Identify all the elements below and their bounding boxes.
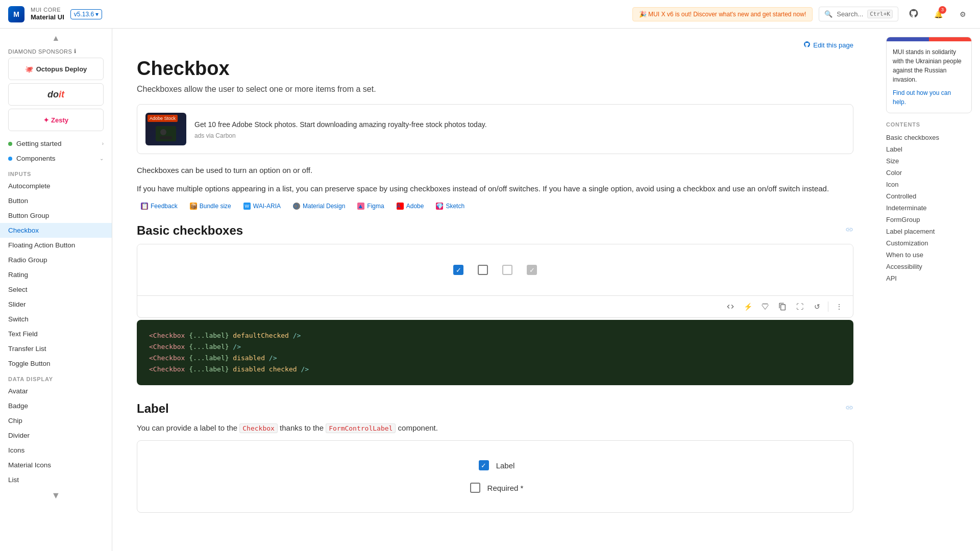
- announcement-banner[interactable]: 🎉 MUI X v6 is out! Discover what's new a…: [632, 7, 813, 21]
- sponsors-title: Diamond Sponsors ℹ: [8, 48, 104, 55]
- label-link-icon[interactable]: [845, 404, 853, 414]
- sidebar-item-rating[interactable]: Rating: [0, 267, 112, 282]
- solidarity-banner: MUI stands in solidarity with the Ukrain…: [886, 37, 972, 113]
- sidebar-item-chip[interactable]: Chip: [0, 413, 112, 428]
- tag-sketch[interactable]: 💎 Sketch: [432, 201, 469, 211]
- stackblitz-button[interactable]: ⚡: [740, 299, 755, 314]
- sidebar-item-autocomplete[interactable]: Autocomplete: [0, 179, 112, 193]
- sponsor-octopus[interactable]: 🐙 Octopus Deploy: [8, 58, 104, 80]
- code-toggle-button[interactable]: [723, 299, 738, 314]
- brand-core-label: MUI CORE: [31, 7, 64, 13]
- nav-dot-green: [8, 142, 12, 146]
- checkbox-unchecked[interactable]: [475, 262, 491, 278]
- contents-item-color[interactable]: Color: [886, 167, 972, 179]
- ad-image: Adobe Stock: [145, 113, 186, 145]
- sidebar-item-button[interactable]: Button: [0, 193, 112, 208]
- contents-item-indeterminate[interactable]: Indeterminate: [886, 202, 972, 214]
- logo[interactable]: M: [8, 6, 24, 22]
- tag-feedback[interactable]: 📋 Feedback: [137, 201, 182, 211]
- info-text-2: If you have multiple options appearing i…: [137, 183, 853, 195]
- codesandbox-button[interactable]: [757, 299, 773, 314]
- sidebar-item-toggle-button[interactable]: Toggle Button: [0, 356, 112, 371]
- version-selector[interactable]: v5.13.6 ▾: [70, 9, 102, 19]
- search-icon: 🔍: [824, 10, 832, 18]
- tag-wai-aria[interactable]: W WAI-ARIA: [239, 201, 285, 211]
- github-edit-icon: [803, 41, 811, 49]
- label-section: Label You can provide a label to the Che…: [137, 402, 853, 513]
- data-display-group-label: DATA DISPLAY: [0, 371, 112, 384]
- ad-card: Adobe Stock Get 10 free Adobe Stock phot…: [137, 104, 853, 154]
- sidebar-item-radio-group[interactable]: Radio Group: [0, 253, 112, 267]
- checkbox-disabled-checked: ✓: [524, 262, 540, 278]
- contents-item-label-placement[interactable]: Label placement: [886, 226, 972, 237]
- contents-item-size[interactable]: Size: [886, 155, 972, 167]
- contents-item-formgroup[interactable]: FormGroup: [886, 214, 972, 226]
- sidebar-item-divider[interactable]: Divider: [0, 428, 112, 443]
- github-icon: [909, 8, 919, 20]
- inputs-group-label: INPUTS: [0, 166, 112, 179]
- solidarity-link[interactable]: Find out how you can help.: [893, 88, 965, 107]
- wai-icon: W: [243, 203, 251, 210]
- sponsor-zesty[interactable]: ✦ Zesty: [8, 109, 104, 131]
- info-icon[interactable]: ℹ: [74, 48, 77, 55]
- sidebar-item-switch[interactable]: Switch: [0, 312, 112, 327]
- contents-item-api[interactable]: API: [886, 272, 972, 284]
- contents-item-accessibility[interactable]: Accessibility: [886, 261, 972, 272]
- sidebar-item-button-group[interactable]: Button Group: [0, 208, 112, 223]
- more-button[interactable]: ⋮: [831, 299, 847, 314]
- sidebar-item-avatar[interactable]: Avatar: [0, 384, 112, 398]
- contents-item-label[interactable]: Label: [886, 143, 972, 155]
- reset-button[interactable]: ↺: [810, 299, 825, 314]
- sponsor-doit[interactable]: doit: [8, 83, 104, 106]
- code-block-basic: <Checkbox {...label} defaultChecked /> <…: [137, 320, 853, 385]
- sidebar-item-transfer-list[interactable]: Transfer List: [0, 341, 112, 356]
- contents-item-controlled[interactable]: Controlled: [886, 190, 972, 202]
- contents-item-basic-checkboxes[interactable]: Basic checkboxes: [886, 132, 972, 143]
- label-unchecked-indicator: [470, 483, 480, 493]
- sidebar-item-select[interactable]: Select: [0, 282, 112, 297]
- tag-figma[interactable]: ▲ Figma: [353, 201, 388, 211]
- sidebar-item-list[interactable]: List: [0, 472, 112, 487]
- page-title: Checkbox: [137, 58, 853, 80]
- sidebar-item-components[interactable]: Components ⌄: [0, 151, 112, 166]
- sidebar-item-slider[interactable]: Slider: [0, 297, 112, 312]
- md-icon: ⬡: [293, 203, 300, 210]
- sidebar-item-icons[interactable]: Icons: [0, 443, 112, 458]
- sidebar-item-getting-started[interactable]: Getting started ›: [0, 136, 112, 151]
- basic-checkboxes-demo-box: ✓ ✓: [137, 244, 853, 318]
- sidebar-item-checkbox[interactable]: Checkbox: [0, 223, 112, 238]
- search-box[interactable]: 🔍 Search... Ctrl+K: [819, 7, 898, 21]
- sidebar-item-badge[interactable]: Badge: [0, 398, 112, 413]
- github-link[interactable]: [904, 5, 923, 23]
- tag-bundle-size[interactable]: 📦 Bundle size: [186, 201, 235, 211]
- tag-adobe[interactable]: A Adobe: [393, 201, 428, 211]
- svg-point-1: [160, 129, 166, 135]
- label-section-title: Label: [137, 402, 169, 416]
- feedback-icon: 📋: [141, 203, 148, 210]
- sidebar-item-fab[interactable]: Floating Action Button: [0, 238, 112, 253]
- logo-text: M: [13, 10, 19, 18]
- contents-item-customization[interactable]: Customization: [886, 237, 972, 249]
- notifications-button[interactable]: 🔔 3: [929, 5, 947, 23]
- scroll-down-arrow[interactable]: ▼: [0, 487, 112, 504]
- edit-page-link[interactable]: Edit this page: [803, 41, 853, 49]
- scroll-up-arrow[interactable]: ▲: [0, 33, 112, 44]
- sketch-icon: 💎: [436, 203, 443, 210]
- checkbox-checked[interactable]: ✓: [450, 262, 467, 278]
- chevron-down-icon: ▾: [95, 11, 99, 18]
- checkbox-disabled-unchecked: [499, 262, 516, 278]
- tag-material-design[interactable]: ⬡ Material Design: [289, 201, 349, 211]
- section-link-icon[interactable]: [845, 226, 853, 236]
- fullscreen-button[interactable]: ⛶: [792, 299, 807, 314]
- section-header-basic: Basic checkboxes: [137, 223, 853, 238]
- contents-item-icon[interactable]: Icon: [886, 179, 972, 190]
- label-checkbox-checked[interactable]: ✓: [476, 457, 492, 473]
- copy-button[interactable]: [775, 299, 790, 314]
- sidebar-item-text-field[interactable]: Text Field: [0, 327, 112, 341]
- zesty-icon: ✦: [43, 116, 49, 124]
- settings-button[interactable]: ⚙: [953, 5, 972, 23]
- sidebar-item-material-icons[interactable]: Material Icons: [0, 458, 112, 472]
- checkbox-code-inline: Checkbox: [239, 423, 278, 433]
- label-checkbox-required[interactable]: [467, 480, 483, 496]
- contents-item-when-to-use[interactable]: When to use: [886, 249, 972, 261]
